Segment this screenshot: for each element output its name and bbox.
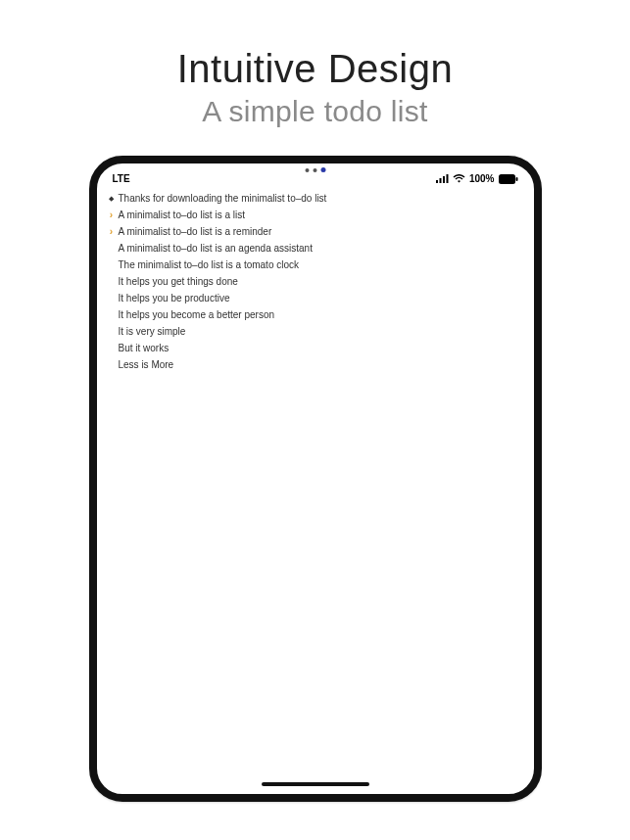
svg-rect-2	[443, 176, 445, 183]
list-item[interactable]: The minimalist to–do list is a tomato cl…	[103, 257, 534, 273]
list-item[interactable]: ›A minimalist to–do list is a list	[103, 207, 534, 223]
list-item[interactable]: A minimalist to–do list is an agenda ass…	[103, 240, 534, 257]
list-item[interactable]: It helps you be productive	[103, 290, 534, 306]
battery-icon	[499, 174, 518, 184]
list-item[interactable]: ◆Thanks for downloading the minimalist t…	[103, 190, 534, 207]
list-item-text: It helps you be productive	[119, 293, 230, 303]
list-item-text: A minimalist to–do list is an agenda ass…	[119, 243, 313, 254]
svg-rect-3	[446, 174, 448, 183]
tablet-notch	[305, 167, 325, 172]
list-item-text: Thanks for downloading the minimalist to…	[119, 193, 327, 204]
svg-rect-4	[499, 174, 515, 184]
list-item[interactable]: But it works	[103, 340, 534, 356]
chevron-bullet-icon: ›	[107, 227, 117, 237]
list-item-text: A minimalist to–do list is a list	[119, 210, 246, 220]
cellular-signal-icon	[436, 174, 449, 183]
list-item[interactable]: It is very simple	[103, 323, 534, 340]
diamond-bullet-icon: ◆	[107, 194, 117, 204]
list-item-text: It is very simple	[119, 326, 186, 337]
list-item-text: Less is More	[119, 359, 174, 370]
marketing-subheadline: A simple todo list	[202, 95, 428, 128]
status-right-cluster: 100%	[436, 173, 518, 184]
svg-rect-1	[439, 178, 441, 183]
wifi-icon	[453, 174, 465, 183]
chevron-bullet-icon: ›	[107, 210, 117, 220]
battery-percent-label: 100%	[469, 173, 495, 184]
list-item-text: The minimalist to–do list is a tomato cl…	[119, 259, 300, 270]
list-item[interactable]: Less is More	[103, 356, 534, 373]
list-item[interactable]: ›A minimalist to–do list is a reminder	[103, 223, 534, 240]
camera-lens-icon	[320, 167, 325, 172]
carrier-label: LTE	[113, 173, 130, 184]
svg-rect-0	[436, 180, 438, 183]
svg-rect-5	[515, 177, 517, 181]
sensor-dot	[305, 168, 309, 172]
list-item-text: But it works	[119, 343, 170, 353]
sensor-dot	[313, 168, 316, 172]
list-item[interactable]: It helps you become a better person	[103, 306, 534, 323]
list-item-text: It helps you get things done	[119, 276, 238, 287]
list-item[interactable]: It helps you get things done	[103, 273, 534, 290]
todo-list: ◆Thanks for downloading the minimalist t…	[97, 190, 534, 373]
list-item-text: A minimalist to–do list is a reminder	[119, 226, 272, 237]
home-indicator[interactable]	[262, 782, 369, 786]
marketing-headline: Intuitive Design	[177, 47, 453, 91]
tablet-frame: LTE 100% ◆Thanks for downloading the min…	[89, 156, 542, 802]
list-item-text: It helps you become a better person	[119, 309, 275, 320]
